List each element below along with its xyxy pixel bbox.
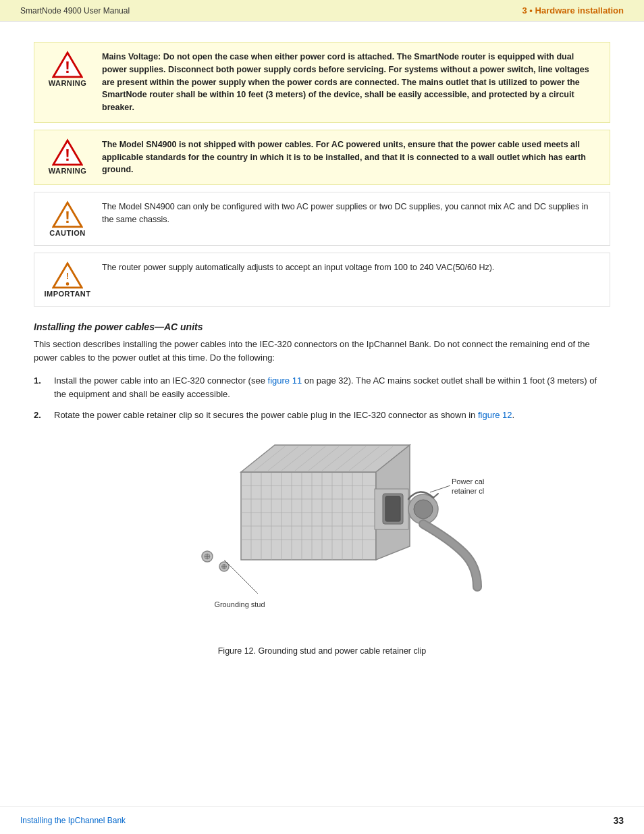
svg-text:!: ! [66,271,69,281]
warning-text-1: Mains Voltage: Do not open the case when… [102,51,600,114]
svg-text:!: ! [65,208,70,226]
figure-12-diagram: Power cable retainer clip Grounding stud [160,438,484,641]
step-1: 1. Install the power cable into an IEC-3… [34,374,610,401]
page-header: SmartNode 4900 User Manual 3 • Hardware … [0,0,644,22]
caution-icon-col: ! CAUTION [44,201,91,237]
caution-text: The Model SN4900 can only be configured … [102,201,600,226]
warning-label-2: WARNING [49,167,87,175]
step-1-number: 1. [34,374,50,401]
important-label: IMPORTANT [44,290,90,298]
figure-12-container: Power cable retainer clip Grounding stud… [34,438,610,656]
svg-rect-40 [385,496,400,521]
step-2-number: 2. [34,409,50,422]
chapter-title: 3 • Hardware installation [522,5,624,16]
svg-text:Grounding stud: Grounding stud [214,600,265,608]
manual-title: SmartNode 4900 User Manual [20,6,130,16]
notice-warning-2: ! WARNING The Model SN4900 is not shippe… [34,130,610,185]
important-icon: ! [52,261,83,290]
main-content: ! WARNING Mains Voltage: Do not open the… [0,22,644,684]
step-list: 1. Install the power cable into an IEC-3… [34,374,610,421]
page-footer: Installing the IpChannel Bank 33 [0,806,644,834]
section-intro: This section describes installing the po… [34,338,610,365]
important-text: The router power supply automatically ad… [102,261,600,274]
warning-icon-2: ! [52,138,83,167]
figure-11-link[interactable]: figure 11 [268,375,302,386]
figure-12-link[interactable]: figure 12 [478,410,512,420]
section-heading: Installing the power cables—AC units [34,321,610,332]
warning-icon-1: ! [52,51,83,79]
step-1-text: Install the power cable into an IEC-320 … [54,374,610,401]
warning-text-2: The Model SN4900 is not shipped with pow… [102,138,600,176]
important-icon-col: ! IMPORTANT [44,261,91,298]
svg-text:!: ! [65,58,70,76]
svg-text:retainer clip: retainer clip [452,487,484,495]
notice-warning-1: ! WARNING Mains Voltage: Do not open the… [34,42,610,123]
figure-caption: Figure 12. Grounding stud and power cabl… [218,646,427,656]
step-2-text: Rotate the power cable retainer clip so … [54,409,514,422]
footer-section-title: Installing the IpChannel Bank [20,816,126,825]
warning-icon-col-1: ! WARNING [44,51,91,87]
caution-label: CAUTION [49,229,86,237]
warning-icon-col-2: ! WARNING [44,138,91,175]
page-number: 33 [613,815,624,826]
svg-point-8 [66,282,70,286]
svg-text:!: ! [65,146,70,164]
notice-caution-1: ! CAUTION The Model SN4900 can only be c… [34,192,610,246]
warning-label-1: WARNING [49,79,87,87]
svg-line-51 [430,486,450,492]
step-2: 2. Rotate the power cable retainer clip … [34,409,610,422]
svg-point-42 [414,500,433,519]
caution-icon: ! [52,201,83,229]
svg-line-54 [224,560,258,594]
svg-text:Power cable: Power cable [452,477,484,486]
notice-important-1: ! IMPORTANT The router power supply auto… [34,253,610,307]
